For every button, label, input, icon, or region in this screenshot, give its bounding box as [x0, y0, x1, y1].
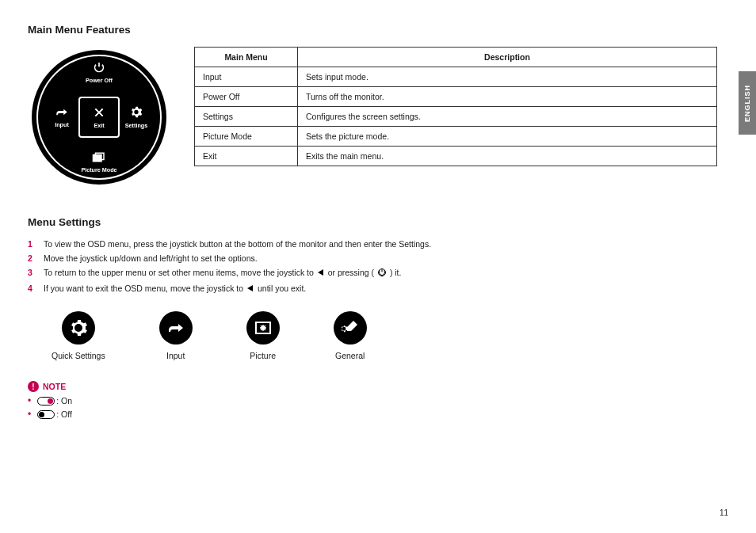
note-line-off: : Off [28, 409, 728, 420]
settings-categories-row: Quick Settings Input Picture General [52, 311, 728, 360]
table-cell-desc: Turns off the monitor. [298, 87, 717, 107]
instruction-number: 2 [28, 253, 36, 263]
table-row: Exit Exits the main menu. [195, 147, 717, 166]
table-row: Picture Mode Sets the picture mode. [195, 127, 717, 147]
table-row: Settings Configures the screen settings. [195, 107, 717, 127]
table-row: Power Off Turns off the monitor. [195, 87, 717, 107]
category-general: General [334, 311, 367, 360]
main-menu-table: Main Menu Description Input Sets input m… [194, 47, 717, 166]
table-header-description: Description [298, 48, 717, 67]
dial-center-label: Exit [94, 122, 104, 129]
table-cell-name: Input [195, 67, 298, 87]
note-heading: ! NOTE [28, 381, 728, 392]
dial-bottom: Picture Mode [80, 151, 118, 173]
dial-top: Power Off [80, 61, 118, 84]
category-label: Picture [250, 351, 276, 360]
triangle-left-icon [246, 284, 254, 294]
table-row: Input Sets input mode. [195, 67, 717, 87]
toggle-off-icon [37, 410, 55, 419]
main-menu-features-block: Power Off Input Settings [28, 47, 728, 185]
dial-center: Exit [78, 97, 120, 138]
category-quick-settings: Quick Settings [52, 311, 105, 360]
language-tab: ENGLISH [739, 71, 756, 135]
note-off-label: : Off [56, 409, 72, 419]
toggle-on-icon [37, 397, 55, 405]
table-cell-desc: Exits the main menu. [298, 147, 717, 166]
instruction-item: 1 To view the OSD menu, press the joysti… [28, 239, 728, 249]
dial-top-label: Power Off [86, 77, 113, 84]
joystick-icon [377, 268, 387, 279]
table-cell-desc: Sets the picture mode. [298, 127, 717, 147]
close-x-icon [93, 106, 105, 122]
dial-right-label: Settings [125, 122, 147, 129]
instruction-number: 4 [28, 284, 36, 293]
general-icon [334, 311, 367, 345]
note-alert-icon: ! [28, 381, 39, 392]
category-input: Input [159, 311, 193, 360]
instruction-item: 4 If you want to exit the OSD menu, move… [28, 284, 728, 294]
svg-point-3 [76, 326, 80, 330]
instruction-number: 3 [28, 268, 36, 277]
instruction-item: 2 Move the joystick up/down and left/rig… [28, 253, 728, 263]
power-icon [80, 61, 118, 75]
svg-point-5 [262, 326, 265, 329]
category-label: Quick Settings [52, 351, 105, 360]
instruction-number: 1 [28, 239, 36, 249]
section-title-main-menu-features: Main Menu Features [28, 24, 728, 36]
note-on-label: : On [56, 396, 72, 405]
svg-rect-0 [94, 155, 102, 162]
osd-dial: Power Off Input Settings [32, 50, 166, 185]
dial-bottom-label: Picture Mode [81, 166, 116, 173]
note-block: ! NOTE : On : Off [28, 381, 728, 420]
triangle-left-icon [317, 268, 325, 278]
instruction-item: 3 To return to the upper menu or set oth… [28, 268, 728, 279]
input-icon [43, 107, 81, 120]
dial-left-label: Input [55, 121, 69, 128]
instruction-text: Move the joystick up/down and left/right… [44, 253, 258, 263]
dial-left: Input [43, 107, 81, 128]
category-label: Input [166, 351, 185, 360]
gear-icon [117, 106, 155, 120]
instruction-text: To return to the upper menu or set other… [44, 268, 401, 279]
table-cell-name: Exit [195, 147, 298, 166]
table-header-main-menu: Main Menu [195, 48, 298, 67]
section-title-menu-settings: Menu Settings [28, 216, 728, 228]
page-number: 11 [720, 508, 728, 517]
picture-icon [246, 311, 280, 345]
instruction-text: If you want to exit the OSD menu, move t… [44, 284, 306, 294]
category-label: General [335, 351, 365, 360]
table-cell-desc: Sets input mode. [298, 67, 717, 87]
quick-settings-icon [62, 311, 95, 345]
category-picture: Picture [246, 311, 280, 360]
dial-right: Settings [117, 106, 155, 129]
osd-dial-diagram: Power Off Input Settings [28, 47, 170, 185]
instructions-list: 1 To view the OSD menu, press the joysti… [28, 239, 728, 294]
table-cell-name: Picture Mode [195, 127, 298, 147]
instruction-text: To view the OSD menu, press the joystick… [44, 239, 431, 249]
table-cell-name: Settings [195, 107, 298, 127]
table-cell-name: Power Off [195, 87, 298, 107]
note-title: NOTE [43, 382, 66, 391]
table-cell-desc: Configures the screen settings. [298, 107, 717, 127]
picture-mode-icon [80, 151, 118, 165]
input-icon [159, 311, 193, 345]
note-line-on: : On [28, 395, 728, 406]
